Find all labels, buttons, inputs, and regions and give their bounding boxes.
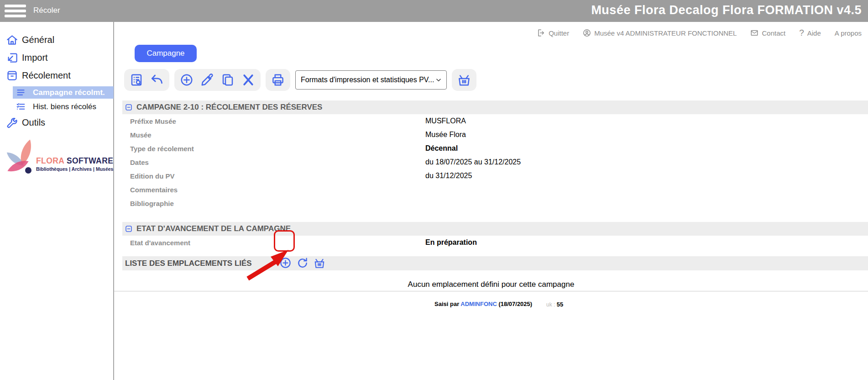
campagne-fields: Préfixe Musée MUSFLORA Musée Musée Flora… bbox=[122, 114, 868, 210]
field-label: Dates bbox=[130, 158, 425, 166]
field-row-dates: Dates du 18/07/2025 au 31/12/2025 bbox=[122, 155, 868, 169]
aide-link[interactable]: ? Aide bbox=[799, 28, 821, 38]
topbar: Récoler Musée Flora Decalog Flora FORMAT… bbox=[0, 0, 868, 22]
toolbar-group-search bbox=[124, 69, 169, 91]
collapse-icon[interactable] bbox=[125, 104, 132, 111]
checklist-icon bbox=[16, 102, 26, 111]
section-title: CAMPAGNE 2-10 : RÉCOLEMENT DES RÉSERVES bbox=[136, 103, 322, 112]
contact-label: Contact bbox=[762, 29, 785, 37]
chevron-down-icon bbox=[435, 77, 442, 83]
mail-icon bbox=[750, 29, 758, 37]
toolbar-group-print bbox=[266, 69, 290, 91]
field-row-type-recolement: Type de récolement Décennal bbox=[122, 142, 868, 155]
contact-link[interactable]: Contact bbox=[750, 29, 785, 37]
app-window: Récoler Musée Flora Decalog Flora FORMAT… bbox=[0, 0, 868, 380]
exit-icon bbox=[537, 29, 545, 37]
print-icon[interactable] bbox=[271, 73, 285, 87]
uk-label: uk : bbox=[546, 301, 555, 308]
saisi-par-user-link[interactable]: ADMINFONC bbox=[460, 301, 497, 307]
quitter-link[interactable]: Quitter bbox=[537, 29, 569, 37]
logo-wordmark: FLORA SOFTWARE bbox=[36, 156, 113, 166]
section-header-emplacements: LISTE DES EMPLACEMENTS LIÉS bbox=[122, 256, 868, 270]
home-icon bbox=[6, 34, 18, 46]
sidebar-item-label: Outils bbox=[22, 117, 45, 128]
aide-label: Aide bbox=[807, 29, 821, 37]
archive-icon bbox=[6, 69, 18, 82]
delete-icon[interactable] bbox=[241, 73, 255, 87]
field-label: Bibliographie bbox=[130, 200, 425, 207]
field-label: Préfixe Musée bbox=[130, 117, 425, 125]
field-value: MUSFLORA bbox=[425, 117, 466, 125]
sidebar-item-label: Import bbox=[22, 53, 48, 63]
annotation-highlight-box bbox=[274, 230, 295, 252]
list-search-icon[interactable] bbox=[130, 73, 143, 87]
refresh-icon[interactable] bbox=[297, 257, 309, 269]
module-label: Récoler bbox=[33, 6, 60, 15]
field-value: du 18/07/2025 au 31/12/2025 bbox=[425, 158, 521, 166]
session-links: Quitter Musée v4 ADMINISTRATEUR FONCTION… bbox=[537, 28, 862, 38]
field-value: du 31/12/2025 bbox=[425, 172, 472, 180]
list-divider bbox=[114, 291, 868, 291]
main-content: Quitter Musée v4 ADMINISTRATEUR FONCTION… bbox=[114, 22, 868, 380]
sidebar-item-label: Hist. biens récolés bbox=[33, 102, 96, 111]
sidebar-item-campagne-recolmt[interactable]: Campagne récolmt. bbox=[13, 86, 114, 99]
print-format-select-value: Formats d'impression et statistiques PV.… bbox=[301, 76, 434, 84]
uk-value: 55 bbox=[557, 301, 563, 308]
menu-lines-icon bbox=[16, 88, 26, 97]
field-label: Type de récolement bbox=[130, 145, 425, 153]
add-icon[interactable] bbox=[180, 73, 193, 87]
section-title: ETAT D'AVANCEMENT DE LA CAMPAGNE bbox=[136, 224, 291, 233]
field-row-edition-pv: Edition du PV du 31/12/2025 bbox=[122, 169, 868, 183]
record-meta: Saisi par ADMINFONC (18/07/2025) bbox=[434, 301, 532, 307]
import-icon bbox=[6, 52, 18, 64]
apropos-link[interactable]: A propos bbox=[835, 29, 862, 37]
field-value: Musée Flora bbox=[425, 131, 466, 139]
saisi-par-date: (18/07/2025) bbox=[498, 301, 532, 307]
field-row-etat-avancement: Etat d'avancement En préparation bbox=[122, 236, 868, 249]
flora-software-logo: FLORA SOFTWARE Bibliothèques | Archives … bbox=[0, 137, 114, 196]
field-value: En préparation bbox=[425, 238, 477, 247]
basket-icon[interactable] bbox=[314, 257, 325, 269]
print-format-select[interactable]: Formats d'impression et statistiques PV.… bbox=[295, 70, 447, 90]
app-title: Musée Flora Decalog Flora FORMATION v4.5 bbox=[591, 3, 862, 17]
hamburger-menu-icon[interactable] bbox=[5, 5, 26, 17]
collapse-icon[interactable] bbox=[125, 225, 132, 232]
sidebar-item-hist-biens-recoles[interactable]: Hist. biens récolés bbox=[13, 100, 114, 113]
basket-icon[interactable] bbox=[457, 73, 471, 87]
toolbar: Formats d'impression et statistiques PV.… bbox=[124, 69, 476, 91]
avancement-fields: Etat d'avancement En préparation bbox=[122, 236, 868, 249]
logo-tagline: Bibliothèques | Archives | Musées bbox=[36, 166, 113, 172]
sidebar-item-label: Campagne récolmt. bbox=[33, 88, 105, 97]
copy-icon[interactable] bbox=[221, 73, 235, 87]
logo-name-flora: FLORA bbox=[36, 156, 64, 165]
tab-campagne[interactable]: Campagne bbox=[135, 45, 197, 62]
record-uk: uk : 55 bbox=[546, 301, 563, 308]
section-header-campagne: CAMPAGNE 2-10 : RÉCOLEMENT DES RÉSERVES bbox=[122, 100, 868, 114]
field-row-commentaires: Commentaires bbox=[122, 183, 868, 196]
wrench-icon bbox=[6, 116, 18, 129]
logo-name-software: SOFTWARE bbox=[67, 156, 113, 165]
field-label: Commentaires bbox=[130, 186, 425, 194]
field-row-prefixe-musee: Préfixe Musée MUSFLORA bbox=[122, 114, 868, 128]
undo-icon[interactable] bbox=[150, 73, 164, 87]
field-label: Musée bbox=[130, 131, 425, 139]
add-emplacement-icon[interactable] bbox=[279, 257, 292, 269]
toolbar-group-basket bbox=[452, 69, 476, 91]
sidebar: Général Import Récolement Campagne récol… bbox=[0, 22, 114, 380]
section-header-avancement: ETAT D'AVANCEMENT DE LA CAMPAGNE bbox=[122, 222, 868, 236]
sidebar-item-label: Récolement bbox=[22, 70, 71, 81]
edit-icon[interactable] bbox=[200, 73, 214, 87]
section-title: LISTE DES EMPLACEMENTS LIÉS bbox=[125, 259, 252, 268]
toolbar-group-edit bbox=[174, 69, 261, 91]
apropos-label: A propos bbox=[835, 29, 862, 37]
sidebar-item-label: Général bbox=[22, 35, 54, 45]
user-session[interactable]: Musée v4 ADMINISTRATEUR FONCTIONNEL bbox=[583, 29, 737, 37]
field-row-musee: Musée Musée Flora bbox=[122, 128, 868, 142]
field-row-bibliographie: Bibliographie bbox=[122, 196, 868, 210]
user-name-label: Musée v4 ADMINISTRATEUR FONCTIONNEL bbox=[594, 29, 737, 37]
question-icon: ? bbox=[799, 28, 804, 38]
empty-list-message: Aucun emplacement défini pour cette camp… bbox=[114, 280, 868, 289]
user-circle-icon bbox=[583, 29, 591, 37]
field-value: Décennal bbox=[425, 144, 458, 153]
quitter-label: Quitter bbox=[549, 29, 569, 37]
